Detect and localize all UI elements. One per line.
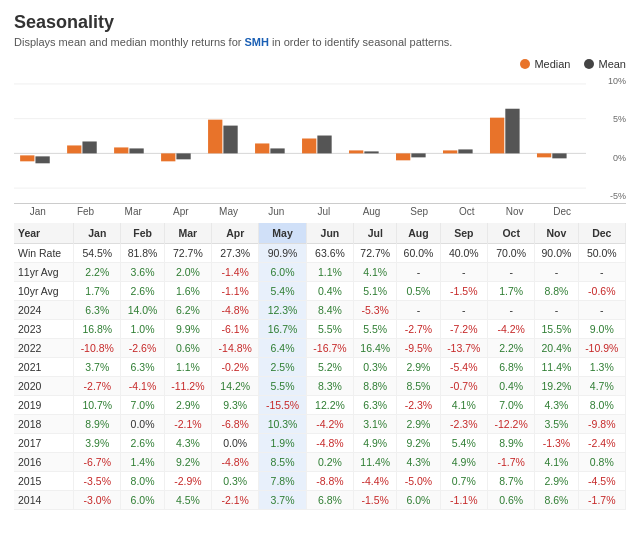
cell: 1.3% (578, 358, 625, 377)
cell: -7.2% (440, 320, 487, 339)
cell: 63.6% (306, 244, 353, 263)
cell: 5.5% (306, 320, 353, 339)
col-jun: Jun (306, 223, 353, 244)
cell: 8.8% (354, 377, 397, 396)
cell: - (440, 301, 487, 320)
cell: 19.2% (535, 377, 578, 396)
cell: 14.2% (212, 377, 259, 396)
cell: 0.5% (397, 282, 440, 301)
cell: 8.0% (121, 472, 164, 491)
cell: 0.8% (578, 453, 625, 472)
cell: -5.3% (354, 301, 397, 320)
col-dec: Dec (578, 223, 625, 244)
cell: 8.3% (306, 377, 353, 396)
cell: 4.1% (440, 396, 487, 415)
svg-rect-8 (114, 147, 128, 153)
row-label: 2020 (14, 377, 74, 396)
cell: 7.8% (259, 472, 306, 491)
cell: 12.3% (259, 301, 306, 320)
table-header-row: Year Jan Feb Mar Apr May Jun Jul Aug Sep… (14, 223, 626, 244)
table-row: 201910.7%7.0%2.9%9.3%-15.5%12.2%6.3%-2.3… (14, 396, 626, 415)
row-label: 2017 (14, 434, 74, 453)
table-row: 2016-6.7%1.4%9.2%-4.8%8.5%0.2%11.4%4.3%4… (14, 453, 626, 472)
svg-rect-11 (176, 153, 190, 159)
cell: 2.2% (74, 263, 121, 282)
cell: 3.7% (74, 358, 121, 377)
table-row: 11yr Avg2.2%3.6%2.0%-1.4%6.0%1.1%4.1%---… (14, 263, 626, 282)
page-title: Seasonality (14, 12, 626, 33)
svg-rect-20 (396, 153, 410, 160)
svg-rect-23 (458, 149, 472, 153)
mean-dot (584, 59, 594, 69)
cell: 11.4% (354, 453, 397, 472)
cell: - (487, 301, 534, 320)
svg-rect-13 (223, 126, 237, 154)
cell: 20.4% (535, 339, 578, 358)
cell: 16.4% (354, 339, 397, 358)
ticker: SMH (245, 36, 269, 48)
svg-rect-4 (20, 155, 34, 161)
table-row: 202316.8%1.0%9.9%-6.1%16.7%5.5%5.5%-2.7%… (14, 320, 626, 339)
cell: 4.9% (354, 434, 397, 453)
cell: 2.2% (487, 339, 534, 358)
x-axis: Jan Feb Mar Apr May Jun Jul Aug Sep Oct … (14, 206, 586, 217)
table-row: 20213.7%6.3%1.1%-0.2%2.5%5.2%0.3%2.9%-5.… (14, 358, 626, 377)
cell: 2.9% (535, 472, 578, 491)
cell: 2.9% (164, 396, 211, 415)
cell: 5.2% (306, 358, 353, 377)
cell: 5.5% (259, 377, 306, 396)
cell: 9.9% (164, 320, 211, 339)
cell: 0.4% (306, 282, 353, 301)
svg-rect-27 (552, 153, 566, 158)
cell: - (535, 301, 578, 320)
svg-rect-5 (35, 156, 49, 163)
cell: 4.1% (354, 263, 397, 282)
cell: 8.0% (578, 396, 625, 415)
col-mar: Mar (164, 223, 211, 244)
cell: 9.2% (164, 453, 211, 472)
cell: -1.7% (487, 453, 534, 472)
chart-svg (14, 74, 586, 203)
row-label: Win Rate (14, 244, 74, 263)
cell: -4.1% (121, 377, 164, 396)
cell: 3.5% (535, 415, 578, 434)
legend-median: Median (520, 58, 570, 70)
cell: 16.8% (74, 320, 121, 339)
cell: 3.7% (259, 491, 306, 510)
col-jul: Jul (354, 223, 397, 244)
y-axis: 10% 5% 0% -5% (586, 74, 626, 203)
cell: -1.4% (212, 263, 259, 282)
svg-rect-22 (443, 150, 457, 153)
svg-rect-9 (129, 148, 143, 153)
cell: 4.5% (164, 491, 211, 510)
row-label: 2022 (14, 339, 74, 358)
cell: 1.7% (487, 282, 534, 301)
cell: 1.1% (164, 358, 211, 377)
chart-legend: Median Mean (14, 58, 626, 70)
cell: 0.3% (354, 358, 397, 377)
col-may: May (259, 223, 306, 244)
cell: -4.4% (354, 472, 397, 491)
cell: 0.3% (212, 472, 259, 491)
table-row: 10yr Avg1.7%2.6%1.6%-1.1%5.4%0.4%5.1%0.5… (14, 282, 626, 301)
svg-rect-26 (537, 153, 551, 157)
cell: 5.4% (259, 282, 306, 301)
cell: 1.7% (74, 282, 121, 301)
cell: -4.8% (212, 301, 259, 320)
cell: -16.7% (306, 339, 353, 358)
cell: -8.8% (306, 472, 353, 491)
cell: 90.0% (535, 244, 578, 263)
cell: - (397, 263, 440, 282)
svg-rect-12 (208, 120, 222, 154)
cell: 9.3% (212, 396, 259, 415)
cell: -2.7% (397, 320, 440, 339)
cell: -10.9% (578, 339, 625, 358)
cell: -2.1% (164, 415, 211, 434)
cell: - (397, 301, 440, 320)
cell: 1.9% (259, 434, 306, 453)
svg-rect-19 (364, 151, 378, 153)
cell: 6.0% (259, 263, 306, 282)
cell: 6.8% (306, 491, 353, 510)
cell: 6.4% (259, 339, 306, 358)
cell: 8.6% (535, 491, 578, 510)
